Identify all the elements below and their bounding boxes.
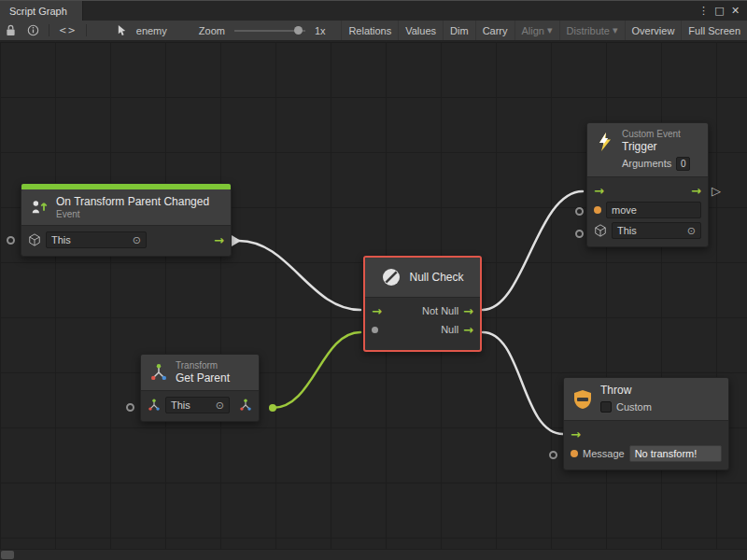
wire-notnull-to-customevent[interactable] [483, 191, 583, 310]
getparent-target-port-circle[interactable] [126, 403, 134, 412]
arguments-label: Arguments [622, 158, 671, 169]
flow-input-port[interactable]: → [372, 305, 382, 317]
node-title: On Transform Parent Changed [56, 195, 209, 208]
zoom-slider-handle[interactable] [294, 26, 303, 35]
values-button[interactable]: Values [398, 21, 443, 40]
throw-badge-icon [572, 389, 593, 410]
align-button[interactable]: Align▾ [514, 21, 559, 40]
wire-event-to-nullcheck[interactable] [239, 241, 360, 310]
flow-output-port[interactable]: → [214, 234, 224, 246]
transform-port-icon [148, 399, 161, 412]
zoom-value: 1x [311, 25, 330, 36]
relations-button[interactable]: Relations [341, 21, 398, 40]
customevent-flow-out-triangle[interactable]: ▷ [712, 185, 721, 197]
value-connection-dot [269, 404, 276, 412]
maximize-icon[interactable]: □ [712, 1, 727, 21]
node-on-transform-parent-changed[interactable]: On Transform Parent Changed Event This ⊙… [21, 183, 232, 257]
gameobject-cube-icon [594, 224, 607, 237]
target-object-field[interactable]: This ⊙ [612, 222, 701, 239]
flow-output-port[interactable]: → [691, 185, 701, 197]
graph-canvas[interactable]: On Transform Parent Changed Event This ⊙… [0, 42, 747, 560]
info-button[interactable] [21, 21, 45, 40]
transform-output-port[interactable] [239, 399, 252, 412]
node-category: Transform [176, 360, 230, 371]
custom-event-lightning-icon [596, 132, 614, 152]
menu-icon[interactable]: ⋮ [696, 1, 712, 21]
arguments-count-field[interactable]: 0 [676, 157, 690, 171]
node-throw[interactable]: Throw Custom → Message No transform! [563, 377, 729, 470]
window-controls: ⋮ □ ✕ [696, 1, 747, 21]
overview-button[interactable]: Overview [625, 21, 682, 40]
message-label: Message [583, 448, 625, 459]
object-picker-icon[interactable]: ⊙ [133, 234, 141, 246]
wire-null-to-throw[interactable] [483, 332, 563, 434]
lock-button[interactable] [0, 21, 21, 40]
target-object-field[interactable]: This ⊙ [165, 397, 230, 413]
custom-checkbox-label: Custom [616, 401, 652, 413]
null-output-port[interactable]: → [463, 324, 473, 336]
graph-pointer-icon [111, 21, 133, 40]
object-picker-icon[interactable]: ⊙ [216, 399, 224, 412]
zoom-label: Zoom [195, 25, 229, 36]
close-icon[interactable]: ✕ [727, 1, 743, 21]
flow-input-port[interactable]: → [571, 428, 581, 441]
string-input-port[interactable] [571, 450, 578, 457]
toolbar-separator [86, 24, 87, 36]
node-subtitle: Event [56, 209, 209, 219]
chevron-down-icon: ▾ [613, 24, 618, 36]
target-object-field[interactable]: This ⊙ [46, 231, 147, 248]
flow-input-port[interactable]: → [594, 185, 604, 197]
dim-button[interactable]: Dim [443, 21, 475, 40]
node-null-check[interactable]: Null Check → Not Null → Null → [363, 256, 482, 352]
customevent-name-port-circle[interactable] [575, 207, 584, 216]
wire-getparent-to-nullcheck[interactable] [273, 332, 360, 408]
node-category: Custom Event [622, 129, 690, 139]
value-input-port[interactable] [372, 327, 378, 333]
message-value-field[interactable]: No transform! [629, 445, 722, 462]
throw-message-port-circle[interactable] [549, 451, 557, 459]
toolbar-separator [49, 24, 49, 36]
transform-icon [149, 363, 168, 382]
port-label-null: Null [441, 324, 458, 335]
graph-name-label: enemy [133, 25, 171, 36]
node-title: Throw [600, 384, 652, 397]
node-title: Trigger [622, 140, 690, 153]
info-icon [27, 24, 39, 36]
node-custom-event-trigger[interactable]: Custom Event Trigger Arguments 0 → → mov… [586, 122, 709, 247]
node-title: Null Check [409, 271, 463, 284]
horizontal-scrollbar-thumb[interactable] [1, 551, 14, 559]
gameobject-cube-icon [28, 233, 41, 246]
event-target-port-circle[interactable] [7, 236, 15, 245]
carry-button[interactable]: Carry [475, 21, 514, 40]
string-input-port[interactable] [594, 206, 601, 214]
graph-toolbar: <> enemy Zoom 1x Relations Values Dim Ca… [0, 21, 747, 41]
custom-checkbox[interactable] [600, 401, 612, 413]
chevron-down-icon: ▾ [547, 24, 553, 36]
object-picker-icon[interactable]: ⊙ [687, 225, 696, 237]
null-check-icon [381, 267, 402, 287]
node-title: Get Parent [176, 371, 230, 385]
toolbar-button-group: Relations Values Dim Carry Align▾ Distri… [341, 21, 747, 40]
window-tab-bar: Script Graph ⋮ □ ✕ [0, 0, 747, 21]
event-name-field[interactable]: move [606, 202, 701, 218]
port-label-not-null: Not Null [422, 305, 458, 316]
transform-parent-changed-icon [30, 198, 49, 217]
distribute-button[interactable]: Distribute▾ [559, 21, 625, 40]
tab-title: Script Graph [9, 6, 67, 17]
code-view-button[interactable]: <> [53, 21, 82, 40]
lock-icon [6, 24, 16, 36]
tab-script-graph[interactable]: Script Graph [0, 1, 83, 21]
not-null-output-port[interactable]: → [463, 305, 473, 317]
fullscreen-button[interactable]: Full Screen [681, 21, 747, 40]
horizontal-scrollbar[interactable] [0, 549, 747, 560]
zoom-slider[interactable] [234, 30, 305, 32]
node-get-parent[interactable]: Transform Get Parent This ⊙ [140, 354, 260, 422]
customevent-target-port-circle[interactable] [575, 230, 584, 238]
